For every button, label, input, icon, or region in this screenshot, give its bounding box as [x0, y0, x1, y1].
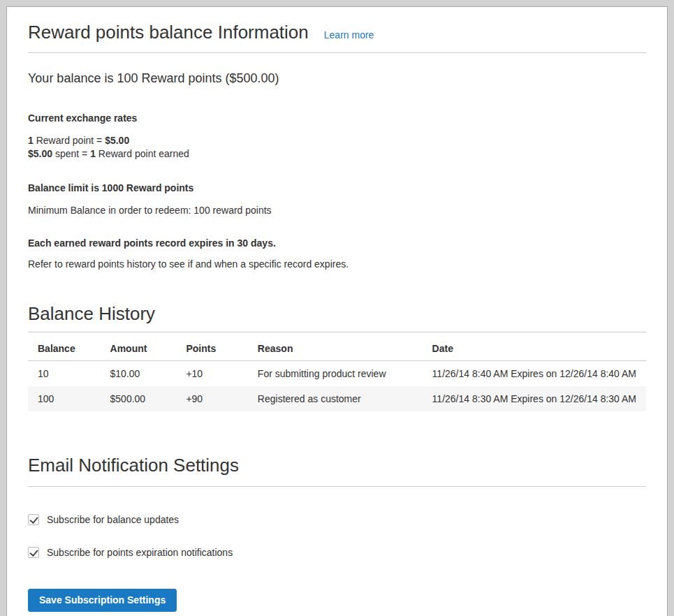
- cell-reason: Registered as customer: [248, 386, 423, 411]
- expiration-notifications-checkbox[interactable]: [28, 547, 39, 558]
- exchange-money-value: $5.00: [28, 148, 52, 159]
- exchange-points-value: 1: [28, 135, 34, 146]
- column-header-amount: Amount: [101, 332, 177, 361]
- column-header-date: Date: [423, 332, 646, 361]
- save-subscription-settings-button[interactable]: Save Subscription Settings: [28, 589, 177, 612]
- subscription-option-balance-updates: Subscribe for balance updates: [28, 514, 646, 525]
- table-header-row: Balance Amount Points Reason Date: [28, 332, 646, 361]
- table-row: 10 $10.00 +10 For submitting product rev…: [28, 361, 646, 387]
- exchange-rate-line-2: $5.00 spent = 1 Reward point earned: [28, 147, 646, 161]
- cell-reason: For submitting product review: [248, 361, 423, 387]
- exchange-rates-heading: Current exchange rates: [28, 112, 646, 124]
- cell-amount: $10.00: [101, 361, 177, 387]
- cell-balance: 10: [28, 361, 101, 387]
- expiration-note-text: Refer to reward points history to see if…: [28, 258, 646, 270]
- exchange-line-text: Reward point =: [34, 135, 105, 146]
- balance-updates-checkbox[interactable]: [28, 514, 39, 525]
- exchange-line-text: Reward point earned: [96, 148, 189, 159]
- balance-summary: Your balance is 100 Reward points ($500.…: [28, 71, 646, 86]
- cell-amount: $500.00: [101, 386, 177, 411]
- page-title: Reward points balance Information: [28, 22, 309, 43]
- expiration-notifications-label[interactable]: Subscribe for points expiration notifica…: [47, 547, 233, 558]
- exchange-rate-lines: 1 Reward point = $5.00 $5.00 spent = 1 R…: [28, 134, 646, 161]
- balance-limit-text: Balance limit is 1000 Reward points: [28, 182, 646, 193]
- cell-date: 11/26/14 8:40 AM Expires on 12/26/14 8:4…: [423, 361, 646, 387]
- subscription-option-expiration-notifications: Subscribe for points expiration notifica…: [28, 547, 646, 558]
- minimum-balance-text: Minimum Balance in order to redeem: 100 …: [28, 205, 646, 216]
- exchange-points-value: 1: [90, 148, 96, 159]
- email-settings-heading: Email Notification Settings: [28, 455, 646, 476]
- divider: [28, 52, 646, 53]
- cell-points: +10: [176, 361, 247, 387]
- divider: [28, 486, 646, 487]
- balance-updates-label[interactable]: Subscribe for balance updates: [47, 514, 179, 525]
- expiration-policy-text: Each earned reward points record expires…: [28, 237, 646, 249]
- column-header-points: Points: [176, 332, 247, 361]
- reward-points-panel: Reward points balance Information Learn …: [6, 6, 668, 616]
- exchange-line-text: spent =: [52, 148, 90, 159]
- page-header: Reward points balance Information Learn …: [28, 16, 646, 43]
- exchange-money-value: $5.00: [105, 135, 129, 146]
- cell-date: 11/26/14 8:30 AM Expires on 12/26/14 8:3…: [423, 386, 646, 411]
- balance-history-heading: Balance History: [28, 303, 646, 325]
- balance-history-table: Balance Amount Points Reason Date 10 $10…: [28, 332, 646, 411]
- learn-more-link[interactable]: Learn more: [324, 29, 374, 41]
- column-header-reason: Reason: [248, 332, 423, 361]
- cell-balance: 100: [28, 386, 101, 411]
- column-header-balance: Balance: [28, 332, 101, 361]
- table-row: 100 $500.00 +90 Registered as customer 1…: [28, 386, 646, 411]
- cell-points: +90: [176, 386, 247, 411]
- exchange-rate-line-1: 1 Reward point = $5.00: [28, 134, 646, 147]
